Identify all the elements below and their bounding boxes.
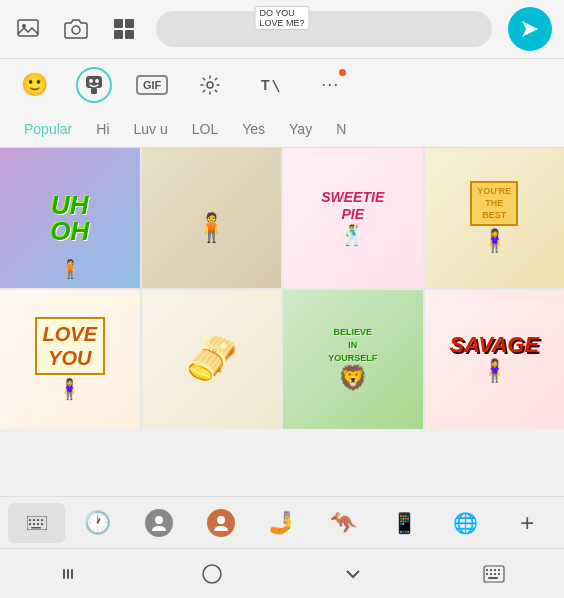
svg-point-30 [203, 565, 221, 583]
believe-figure: 🦁 [338, 364, 368, 392]
svg-rect-0 [18, 20, 38, 36]
svg-rect-22 [37, 523, 39, 525]
bitmoji-small-icon[interactable]: 🤳 [253, 503, 310, 543]
yourebest-figure: 🧍‍♀️ [481, 228, 508, 254]
svg-rect-34 [494, 569, 496, 571]
recent-stickers-icon[interactable]: 🕐 [69, 503, 126, 543]
tab-luvu[interactable]: Luv u [122, 113, 180, 145]
svg-rect-18 [37, 519, 39, 521]
back-nav-button[interactable] [41, 554, 101, 594]
keyboard-nav-button[interactable] [464, 554, 524, 594]
svg-rect-19 [41, 519, 43, 521]
grid-icon[interactable] [108, 13, 140, 45]
svg-text:T: T [261, 77, 270, 93]
bitmoji-tab[interactable] [76, 67, 112, 103]
uhoh-label: UHOH [50, 192, 89, 244]
add-sticker-icon[interactable]: + [499, 503, 556, 543]
category-tabs: Popular Hi Luv u LOL Yes Yay N [0, 110, 564, 148]
sticker-doyouloveme[interactable]: DO YOULOVE ME? 🧍 [142, 148, 282, 288]
message-input[interactable] [156, 11, 492, 47]
kangaroo-icon[interactable]: 🦘 [315, 503, 372, 543]
svg-point-9 [89, 79, 93, 83]
svg-rect-16 [29, 519, 31, 521]
yourebest-label: YOU'RETHEBEST [470, 181, 518, 226]
svg-rect-40 [488, 577, 498, 579]
believe-label: BELIEVEINYOURSELF [328, 326, 377, 364]
svg-rect-39 [498, 573, 500, 575]
bottom-icon-row: 🕐 🤳 🦘 📱 🌐 + [0, 496, 564, 548]
svg-point-25 [155, 516, 163, 524]
nav-bar [0, 548, 564, 598]
sticker-yourebest[interactable]: YOU'RETHEBEST 🧍‍♀️ [425, 148, 565, 288]
svg-point-12 [207, 82, 213, 88]
avatar-color-icon[interactable] [192, 503, 249, 543]
keyboard-toggle[interactable] [8, 503, 65, 543]
svg-point-2 [72, 26, 80, 34]
tab-lol[interactable]: LOL [180, 113, 230, 145]
svg-rect-5 [114, 30, 123, 39]
uhoh-figure: 🧍 [59, 258, 81, 280]
text-style-tab[interactable]: T [252, 67, 288, 103]
sticker-samosa[interactable]: 🫔 [142, 290, 282, 430]
more-tab[interactable]: ··· [312, 67, 348, 103]
phone-sticker-icon[interactable]: 📱 [376, 503, 433, 543]
recents-nav-button[interactable] [323, 554, 383, 594]
svg-rect-28 [67, 569, 69, 579]
svg-rect-38 [494, 573, 496, 575]
sticker-believeinyourself[interactable]: BELIEVEINYOURSELF 🦁 [283, 290, 423, 430]
svg-rect-23 [41, 523, 43, 525]
earth-icon[interactable]: 🌐 [437, 503, 494, 543]
svg-rect-17 [33, 519, 35, 521]
tab-yes[interactable]: Yes [230, 113, 277, 145]
settings-tab[interactable] [192, 67, 228, 103]
loveme-figure: 🧍 [194, 211, 229, 244]
svg-rect-24 [31, 527, 41, 529]
sticker-savage[interactable]: SAVAGE 🧍‍♀️ [425, 290, 565, 430]
samosa-figure: 🫔 [184, 333, 239, 385]
send-button[interactable] [508, 7, 552, 51]
svg-point-10 [95, 79, 99, 83]
svg-rect-37 [490, 573, 492, 575]
sticker-loveyou[interactable]: LOVEYOU 🧍‍♀️ [0, 290, 140, 430]
notification-dot [339, 69, 346, 76]
loveyou-figure: 🧍‍♀️ [57, 377, 82, 401]
image-icon[interactable] [12, 13, 44, 45]
svg-rect-27 [63, 569, 65, 579]
sticker-grid: UHOH 🧍 DO YOULOVE ME? 🧍 SWEETIEPIE 🕺 YOU… [0, 148, 564, 496]
sticker-sweetiepie[interactable]: SWEETIEPIE 🕺 [283, 148, 423, 288]
savage-label: SAVAGE [449, 334, 539, 356]
svg-rect-11 [91, 88, 97, 94]
home-nav-button[interactable] [182, 554, 242, 594]
svg-rect-6 [125, 30, 134, 39]
svg-marker-7 [522, 21, 538, 37]
loveyou-label: LOVEYOU [35, 317, 105, 375]
svg-rect-20 [29, 523, 31, 525]
svg-rect-21 [33, 523, 35, 525]
svg-rect-29 [71, 569, 73, 579]
camera-icon[interactable] [60, 13, 92, 45]
sweetiepie-figure: 🕺 [340, 223, 365, 247]
emoji-tab[interactable]: 🙂 [16, 67, 52, 103]
svg-rect-4 [125, 19, 134, 28]
svg-line-14 [273, 80, 279, 92]
tab-popular[interactable]: Popular [12, 113, 84, 145]
svg-rect-32 [486, 569, 488, 571]
avatar-gray-icon[interactable] [131, 503, 188, 543]
svg-point-26 [217, 516, 225, 524]
savage-figure: 🧍‍♀️ [481, 358, 508, 384]
sticker-uhoh[interactable]: UHOH 🧍 [0, 148, 140, 288]
tab-yay[interactable]: Yay [277, 113, 324, 145]
tab-n[interactable]: N [324, 113, 358, 145]
svg-rect-3 [114, 19, 123, 28]
tab-hi[interactable]: Hi [84, 113, 121, 145]
svg-rect-36 [486, 573, 488, 575]
gif-tab[interactable]: GIF [136, 75, 168, 95]
sweetiepie-label: SWEETIEPIE [321, 189, 384, 223]
svg-rect-33 [490, 569, 492, 571]
toolbar: 🙂 GIF T ··· [0, 58, 564, 110]
svg-rect-35 [498, 569, 500, 571]
